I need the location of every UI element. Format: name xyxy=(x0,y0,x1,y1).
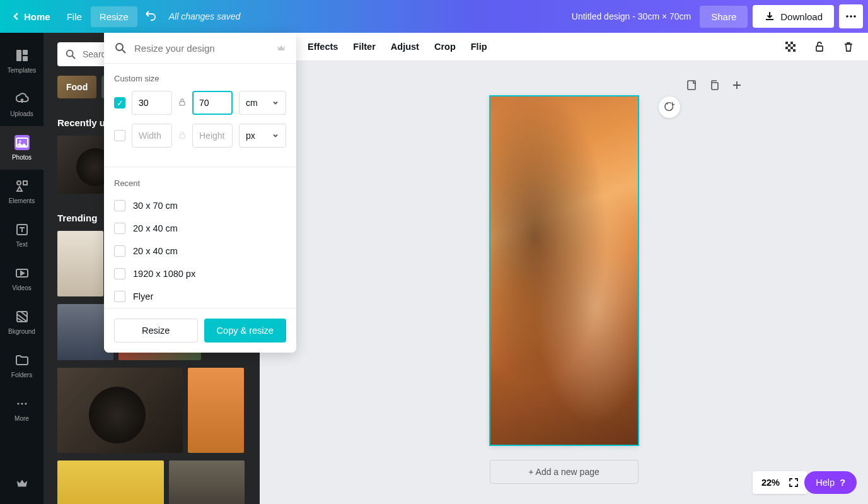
undo-icon xyxy=(144,9,156,21)
photo-thumb[interactable] xyxy=(57,231,103,296)
width-input-2[interactable] xyxy=(132,124,172,148)
sidebar-item-label: Uploads xyxy=(10,110,33,117)
secondary-size-checkbox[interactable] xyxy=(114,130,125,141)
recent-size-item[interactable]: 20 x 40 cm xyxy=(114,240,286,262)
checkbox[interactable] xyxy=(114,291,125,302)
svg-point-1 xyxy=(850,15,852,18)
chevron-down-icon xyxy=(272,99,279,107)
custom-size-checkbox[interactable]: ✓ xyxy=(114,97,125,108)
photos-icon xyxy=(14,135,30,150)
sidebar-item-label: Text xyxy=(16,241,27,248)
svg-rect-19 xyxy=(788,44,790,47)
regenerate-button[interactable] xyxy=(659,97,680,118)
recent-size-item[interactable]: Flyer xyxy=(114,285,286,308)
chip-food[interactable]: Food xyxy=(57,76,96,98)
notes-icon xyxy=(685,79,698,91)
home-button[interactable]: Home xyxy=(5,6,58,27)
resize-menu[interactable]: Resize xyxy=(91,6,137,27)
svg-point-13 xyxy=(17,402,19,404)
home-label: Home xyxy=(24,11,50,22)
svg-rect-20 xyxy=(793,44,796,47)
height-input-2[interactable] xyxy=(192,124,233,148)
checkbox[interactable] xyxy=(114,200,125,211)
photo-thumb[interactable] xyxy=(188,368,244,453)
sidebar-item-background[interactable]: Bkground xyxy=(0,300,43,344)
download-icon xyxy=(764,11,775,22)
unit-select-px[interactable]: px xyxy=(239,124,286,148)
notes-button[interactable] xyxy=(684,78,699,93)
unit-select-cm[interactable]: cm xyxy=(239,91,286,115)
canvas-area: + Add a new page 22% Help ? xyxy=(260,61,868,504)
sidebar-item-label: Bkground xyxy=(8,328,35,335)
checkbox[interactable] xyxy=(114,245,125,257)
lock-aspect-icon[interactable] xyxy=(178,98,186,108)
upgrade-button[interactable] xyxy=(15,476,29,493)
sidebar-item-label: Templates xyxy=(8,67,37,74)
lock-button[interactable] xyxy=(813,40,826,54)
copy-resize-button[interactable]: Copy & resize xyxy=(204,319,287,343)
photo-thumb[interactable] xyxy=(57,460,164,504)
filter-button[interactable]: Filter xyxy=(353,42,375,52)
background-icon xyxy=(14,309,30,324)
lock-aspect-icon[interactable] xyxy=(178,131,186,141)
sidebar-item-photos[interactable]: Photos xyxy=(0,126,43,170)
chevron-down-icon xyxy=(272,132,279,139)
sidebar-item-more[interactable]: More xyxy=(0,387,43,431)
add-new-page-button[interactable]: + Add a new page xyxy=(490,460,639,484)
recent-size-item[interactable]: 30 x 70 cm xyxy=(114,194,286,217)
zoom-control[interactable]: 22% xyxy=(753,471,807,494)
sidebar-item-templates[interactable]: Templates xyxy=(0,39,43,83)
height-input[interactable] xyxy=(192,91,233,115)
delete-button[interactable] xyxy=(842,40,855,54)
download-button[interactable]: Download xyxy=(753,5,834,28)
lock-open-icon xyxy=(813,40,826,53)
photo-thumb[interactable] xyxy=(57,136,103,194)
sidebar-item-label: Photos xyxy=(12,154,32,161)
crop-button[interactable]: Crop xyxy=(434,42,456,52)
recent-size-item[interactable]: 20 x 40 cm xyxy=(114,217,286,240)
duplicate-icon xyxy=(708,79,720,91)
checkbox[interactable] xyxy=(114,223,125,234)
more-button[interactable] xyxy=(839,4,863,28)
duplicate-page-button[interactable] xyxy=(707,78,722,93)
sidebar-item-text[interactable]: Text xyxy=(0,213,43,257)
videos-icon xyxy=(14,266,30,281)
recent-size-label: 30 x 70 cm xyxy=(133,201,178,211)
download-label: Download xyxy=(780,11,823,22)
recent-size-label: Flyer xyxy=(133,291,153,302)
resize-search-input[interactable] xyxy=(134,43,269,54)
svg-point-8 xyxy=(17,181,21,185)
sidebar-item-label: Elements xyxy=(9,197,35,204)
help-button[interactable]: Help ? xyxy=(804,471,857,494)
search-icon xyxy=(65,49,76,60)
checkbox[interactable] xyxy=(114,268,125,279)
svg-point-0 xyxy=(846,15,848,18)
photo-thumb[interactable] xyxy=(169,460,245,504)
sidebar-item-elements[interactable]: Elements xyxy=(0,170,43,213)
recent-size-item[interactable]: 1920 x 1080 px xyxy=(114,262,286,285)
design-canvas[interactable] xyxy=(489,95,639,446)
sidebar-item-folders[interactable]: Folders xyxy=(0,344,43,387)
sidebar-item-videos[interactable]: Videos xyxy=(0,257,43,300)
templates-icon xyxy=(14,48,30,63)
adjust-button[interactable]: Adjust xyxy=(391,42,419,52)
add-page-button[interactable] xyxy=(729,78,744,93)
left-sidebar: Templates Uploads Photos Elements Text V… xyxy=(0,33,43,504)
svg-rect-18 xyxy=(790,42,793,44)
custom-size-label: Custom size xyxy=(114,74,286,83)
width-input[interactable] xyxy=(132,91,172,115)
share-button[interactable]: Share xyxy=(700,6,748,28)
unit-label: px xyxy=(246,131,255,141)
file-menu[interactable]: File xyxy=(58,6,91,27)
sidebar-item-label: More xyxy=(14,415,29,422)
search-icon xyxy=(114,42,127,54)
transparency-button[interactable] xyxy=(784,40,797,54)
resize-button[interactable]: Resize xyxy=(114,319,198,343)
document-name[interactable]: Untitled design - 30cm × 70cm xyxy=(572,11,691,21)
undo-button[interactable] xyxy=(137,4,163,29)
photo-thumb[interactable] xyxy=(57,368,183,453)
flip-button[interactable]: Flip xyxy=(471,42,487,52)
sidebar-item-uploads[interactable]: Uploads xyxy=(0,83,43,126)
recent-size-label: 20 x 40 cm xyxy=(133,223,178,233)
effects-button[interactable]: Effects xyxy=(308,42,338,52)
